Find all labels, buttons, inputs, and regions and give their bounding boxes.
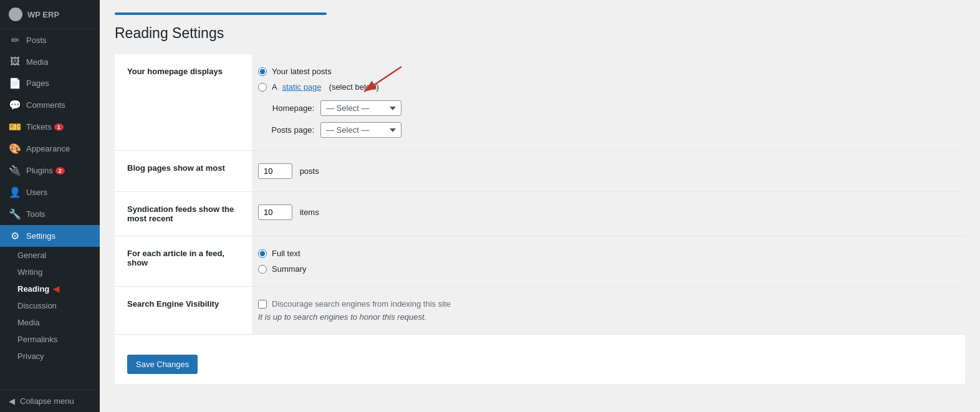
syndication-row: Syndication feeds show the most recent i… (115, 192, 965, 236)
discourage-note: It is up to search engines to honor this… (258, 312, 959, 322)
users-icon: 👤 (9, 186, 21, 198)
sidebar-logo[interactable]: W WP ERP (0, 0, 100, 29)
syndication-label: Syndication feeds show the most recent (115, 192, 252, 236)
sidebar: W WP ERP ✏ Posts 🖼 Media 📄 Pages 💬 Comme… (0, 0, 100, 412)
submenu-item-general[interactable]: General (0, 247, 100, 264)
posts-icon: ✏ (9, 34, 21, 46)
appearance-icon: 🎨 (9, 143, 21, 155)
settings-icon: ⚙ (9, 230, 21, 242)
tickets-badge: 1 (54, 123, 64, 131)
reading-arrow-icon: ◀ (53, 284, 59, 294)
homepage-select-label: Homepage: (258, 103, 314, 113)
sidebar-item-users[interactable]: 👤 Users (0, 181, 100, 203)
homepage-radio-group: Your latest posts (258, 67, 959, 92)
sidebar-item-comments[interactable]: 💬 Comments (0, 94, 100, 116)
progress-bar (115, 12, 327, 15)
submit-section: Save Changes (115, 334, 965, 384)
static-page-suffix: (select below) (329, 82, 379, 92)
static-page-link[interactable]: static page (282, 82, 322, 92)
search-engine-label: Search Engine Visibility (115, 287, 252, 335)
discourage-checkbox[interactable] (258, 300, 267, 309)
sidebar-item-posts[interactable]: ✏ Posts (0, 29, 100, 51)
discourage-label: Discourage search engines from indexing … (272, 299, 451, 309)
posts-page-select[interactable]: — Select — (320, 122, 401, 138)
radio-static-page-label[interactable]: A static page (select below) (258, 82, 959, 92)
radio-summary[interactable] (258, 265, 267, 274)
sidebar-item-plugins[interactable]: 🔌 Plugins 2 (0, 160, 100, 181)
pages-icon: 📄 (9, 77, 21, 89)
search-engine-row: Search Engine Visibility Discourage sear… (115, 287, 965, 335)
feed-show-row: For each article in a feed, show Full te… (115, 236, 965, 287)
sidebar-item-appearance[interactable]: 🎨 Appearance (0, 138, 100, 160)
homepage-displays-field: Your latest posts (252, 54, 965, 151)
blog-pages-label: Blog pages show at most (115, 151, 252, 192)
sidebar-item-settings[interactable]: ⚙ Settings (0, 225, 100, 247)
submenu-item-privacy[interactable]: Privacy (0, 348, 100, 365)
comments-icon: 💬 (9, 99, 21, 111)
settings-table: Your homepage displays Your latest posts (115, 54, 965, 334)
sidebar-nav: ✏ Posts 🖼 Media 📄 Pages 💬 Comments 🎫 Tic… (0, 29, 100, 390)
submenu-item-permalinks[interactable]: Permalinks (0, 331, 100, 348)
settings-content-area: Your homepage displays Your latest posts (115, 54, 965, 384)
submenu-item-discussion[interactable]: Discussion (0, 297, 100, 314)
media-icon: 🖼 (9, 56, 21, 67)
radio-latest-posts[interactable] (258, 67, 267, 76)
sidebar-item-media[interactable]: 🖼 Media (0, 51, 100, 72)
homepage-select-row: Homepage: — Select — (258, 100, 959, 116)
search-engine-field: Discourage search engines from indexing … (252, 287, 965, 335)
main-content: Reading Settings Your homepage displays … (100, 0, 980, 412)
radio-latest-posts-label[interactable]: Your latest posts (258, 67, 959, 76)
sidebar-logo-label: WP ERP (27, 10, 59, 19)
sidebar-item-tools[interactable]: 🔧 Tools (0, 203, 100, 225)
tickets-icon: 🎫 (9, 121, 21, 133)
blog-pages-field: posts (252, 151, 965, 192)
plugins-icon: 🔌 (9, 165, 21, 176)
radio-full-text-label[interactable]: Full text (258, 249, 959, 258)
feed-radio-group: Full text Summary (258, 249, 959, 274)
blog-pages-input[interactable] (258, 163, 292, 179)
radio-full-text[interactable] (258, 249, 267, 258)
collapse-menu-button[interactable]: ◀ Collapse menu (0, 390, 100, 412)
homepage-displays-label: Your homepage displays (115, 54, 252, 151)
submenu-item-media[interactable]: Media (0, 314, 100, 331)
syndication-field: items (252, 192, 965, 236)
submenu-item-reading[interactable]: Reading ◀ (0, 280, 100, 297)
svg-text:W: W (13, 12, 19, 18)
page-select-group: Homepage: — Select — Posts page: — Selec… (258, 100, 959, 138)
tools-icon: 🔧 (9, 208, 21, 220)
feed-show-field: Full text Summary (252, 236, 965, 287)
save-changes-button[interactable]: Save Changes (127, 355, 198, 374)
syndication-unit: items (300, 208, 319, 217)
posts-page-select-row: Posts page: — Select — (258, 122, 959, 138)
radio-summary-label[interactable]: Summary (258, 264, 959, 274)
sidebar-item-tickets[interactable]: 🎫 Tickets 1 (0, 116, 100, 138)
radio-static-page[interactable] (258, 83, 267, 92)
blog-pages-unit: posts (300, 166, 319, 176)
wp-icon: W (9, 7, 22, 21)
collapse-icon: ◀ (9, 396, 15, 406)
homepage-displays-row: Your homepage displays Your latest posts (115, 54, 965, 151)
submenu-item-writing[interactable]: Writing (0, 264, 100, 280)
discourage-checkbox-row: Discourage search engines from indexing … (258, 299, 959, 309)
homepage-select[interactable]: — Select — (320, 100, 401, 116)
sidebar-item-pages[interactable]: 📄 Pages (0, 72, 100, 94)
plugins-badge: 2 (55, 167, 65, 175)
latest-posts-option-wrap: Your latest posts (258, 67, 959, 76)
posts-page-select-label: Posts page: (258, 125, 314, 135)
syndication-input[interactable] (258, 204, 292, 220)
page-title: Reading Settings (115, 25, 965, 42)
feed-show-label: For each article in a feed, show (115, 236, 252, 287)
blog-pages-row: Blog pages show at most posts (115, 151, 965, 192)
